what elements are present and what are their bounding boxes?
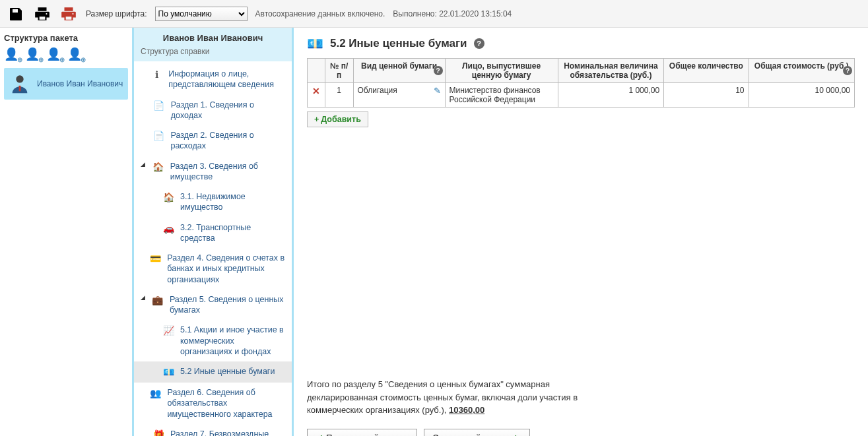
- svg-point-2: [72, 13, 73, 14]
- delete-row-button[interactable]: ✕: [308, 83, 325, 108]
- svg-rect-4: [19, 86, 21, 92]
- cell-kind[interactable]: Облигация✎: [353, 83, 445, 108]
- font-size-label: Размер шрифта:: [86, 9, 147, 18]
- card-icon: 💳: [149, 253, 162, 265]
- save-icon[interactable]: [7, 5, 25, 23]
- nav-label: Раздел 3. Сведения об имуществе: [170, 161, 285, 183]
- person-name: Иванов Иван Иванович: [37, 79, 123, 88]
- font-size-select[interactable]: По умолчанию: [155, 7, 248, 21]
- house-icon: 🏠: [162, 191, 175, 203]
- svg-point-1: [46, 13, 47, 14]
- car-icon: 🚗: [162, 222, 175, 234]
- package-structure-panel: Структура пакета 👤 👤 👤 👤 Иванов Иван Ива…: [0, 28, 132, 436]
- col-qty: Общее количест­во: [664, 59, 749, 83]
- nav-label: 3.2. Транспортные средства: [180, 222, 285, 244]
- add-person-red-icon[interactable]: 👤: [67, 47, 82, 61]
- edit-icon[interactable]: ✎: [434, 86, 441, 96]
- info-icon: ℹ: [150, 69, 163, 80]
- col-nominal: Номинальная величи­на обязательства (руб…: [558, 59, 663, 83]
- cell-total[interactable]: 10 000,00: [749, 83, 855, 108]
- chevron-down-icon[interactable]: ◢: [141, 294, 146, 302]
- help-icon[interactable]: ?: [434, 66, 443, 75]
- nav-label: Раздел 1. Сведения о доходах: [171, 100, 285, 121]
- section-summary: Итого по разделу 5 "Сведения о ценных бу…: [307, 378, 604, 417]
- help-icon[interactable]: ?: [474, 38, 484, 49]
- nav-label: Раздел 5. Сведения о ценных бумагах: [170, 294, 285, 316]
- person-card[interactable]: Иванов Иван Иванович: [4, 68, 128, 100]
- house-car-icon: 🏠: [152, 161, 165, 173]
- briefcase-icon: 💼: [151, 294, 164, 306]
- col-total: Общая стоимость (руб.)?: [749, 59, 855, 83]
- nav-label: Раздел 7. Безвозмездные сделки: [170, 429, 285, 436]
- next-section-button[interactable]: Следующий раздел▶: [424, 429, 530, 437]
- print-icon[interactable]: [33, 5, 51, 23]
- money-icon: 💶: [307, 36, 323, 51]
- toolbar: Размер шрифта: По умолчанию Автосохранен…: [0, 0, 868, 28]
- nav-label: 3.1. Недвижимое имущество: [180, 191, 285, 213]
- chevron-down-icon[interactable]: ◢: [141, 161, 147, 169]
- nav-label: Информация о лице, представляющем сведен…: [168, 69, 285, 90]
- nav-item-section-5-2[interactable]: 💶 5.2 Иные ценные бумаги: [134, 361, 292, 383]
- nav-label: 5.2 Иные ценные бумаги: [180, 366, 275, 377]
- summary-total: 10360,00: [449, 405, 484, 415]
- add-row-button[interactable]: +Добавить: [307, 111, 368, 127]
- col-issuer: Лицо, выпустившее ценную бумагу: [445, 59, 558, 83]
- cell-issuer[interactable]: Министерство финансов Российской Федерац…: [445, 83, 558, 108]
- plus-icon: +: [314, 115, 319, 124]
- add-person-icons: 👤 👤 👤 👤: [4, 47, 128, 61]
- cell-nominal[interactable]: 1 000,00: [558, 83, 663, 108]
- gift-icon: 🎁: [152, 429, 165, 436]
- nav-item-section-6[interactable]: 👥 Раздел 6. Сведения об обязательствах и…: [134, 383, 292, 424]
- nav-list: ℹ Информация о лице, представляющем свед…: [134, 61, 292, 436]
- add-person-icon[interactable]: 👤: [25, 47, 40, 61]
- content-panel: 💶 5.2 Иные ценные бумаги ? № п/п Вид цен…: [294, 28, 868, 436]
- nav-label: Раздел 4. Сведения о счетах в банках и и…: [167, 253, 285, 285]
- avatar-icon: [8, 72, 32, 96]
- timestamp-label: Выполнено: 22.01.2020 13:15:04: [393, 9, 512, 18]
- nav-item-section-3-2[interactable]: 🚗 3.2. Транспортные средства: [134, 218, 292, 249]
- prev-section-button[interactable]: ◀Предыдущий раздел: [307, 429, 417, 437]
- cell-num: 1: [325, 83, 353, 108]
- nav-item-section-3-1[interactable]: 🏠 3.1. Недвижимое имущество: [134, 187, 292, 218]
- reference-subtitle: Структура справки: [134, 46, 292, 61]
- securities-table: № п/п Вид ценной бу­маги? Лицо, выпустив…: [307, 58, 855, 108]
- nav-item-person-info[interactable]: ℹ Информация о лице, представляющем свед…: [134, 64, 292, 95]
- section-title: 5.2 Иные ценные бумаги: [330, 37, 467, 50]
- package-title: Структура пакета: [4, 33, 128, 43]
- document-minus-icon: 📄: [152, 130, 165, 142]
- col-delete: [308, 59, 325, 83]
- nav-item-section-5[interactable]: ◢ 💼 Раздел 5. Сведения о ценных бумагах: [134, 290, 292, 321]
- col-kind: Вид ценной бу­маги?: [353, 59, 445, 83]
- nav-item-section-4[interactable]: 💳 Раздел 4. Сведения о счетах в банках и…: [134, 248, 292, 290]
- reference-structure-panel: Иванов Иван Иванович Структура справки ℹ…: [132, 28, 294, 436]
- chart-icon: 📈: [162, 325, 175, 336]
- table-row[interactable]: ✕ 1 Облигация✎ Министерство финансов Рос…: [308, 83, 855, 108]
- arrow-right-icon: ▶: [515, 433, 521, 437]
- add-person-icon[interactable]: 👤: [4, 47, 18, 61]
- people-icon: 👥: [149, 387, 162, 399]
- nav-item-section-5-1[interactable]: 📈 5.1 Акции и иное участие в коммерчески…: [134, 320, 292, 361]
- nav-item-section-3[interactable]: ◢ 🏠 Раздел 3. Сведения об имуществе: [134, 156, 292, 187]
- print-red-icon[interactable]: [59, 5, 78, 23]
- nav-label: 5.1 Акции и иное участие в коммерческих …: [180, 325, 285, 357]
- autosave-status: Автосохранение данных включено.: [255, 9, 385, 18]
- nav-label: Раздел 6. Сведения об обязательствах иму…: [168, 387, 285, 420]
- help-icon[interactable]: ?: [843, 66, 852, 75]
- col-num: № п/п: [325, 59, 353, 83]
- nav-item-section-1[interactable]: 📄 Раздел 1. Сведения о доходах: [134, 95, 292, 126]
- svg-point-3: [16, 75, 23, 82]
- arrow-left-icon: ◀: [316, 433, 322, 437]
- nav-label: Раздел 2. Сведения о расходах: [170, 130, 285, 152]
- nav-item-section-7[interactable]: 🎁 Раздел 7. Безвозмездные сделки: [134, 424, 292, 436]
- reference-person-name: Иванов Иван Иванович: [134, 28, 292, 46]
- document-plus-icon: 📄: [152, 100, 166, 111]
- add-person-icon[interactable]: 👤: [46, 47, 61, 61]
- nav-item-section-2[interactable]: 📄 Раздел 2. Сведения о расходах: [134, 125, 292, 156]
- money-icon: 💶: [162, 366, 175, 378]
- cell-qty[interactable]: 10: [664, 83, 749, 108]
- svg-rect-0: [16, 9, 17, 12]
